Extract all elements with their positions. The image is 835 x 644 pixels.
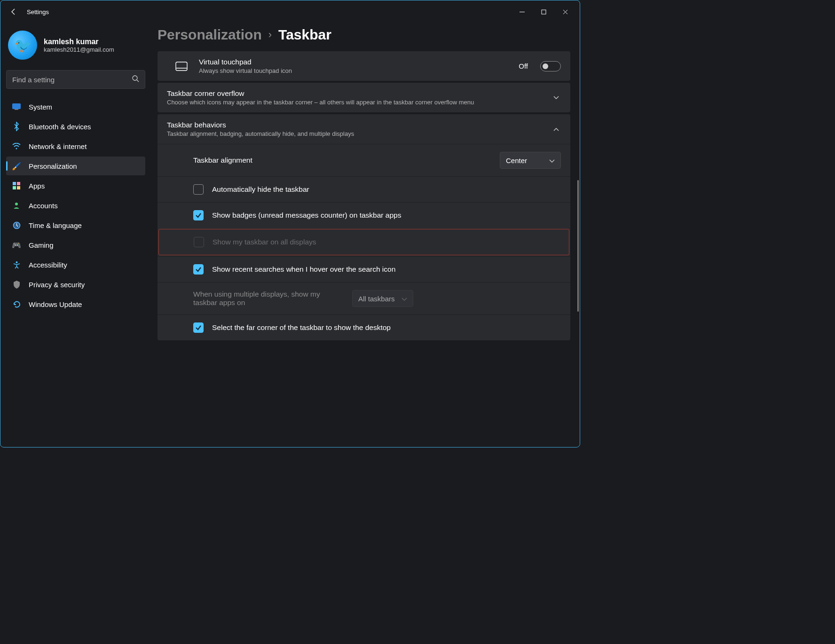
avatar: 🐦 [8,31,37,60]
panel-title: Taskbar corner overflow [167,89,543,98]
setting-label: Show my taskbar on all displays [213,238,560,246]
sidebar-item-label: Accounts [29,202,58,210]
far-corner-checkbox[interactable] [193,322,204,333]
sidebar-item-label: Accessibility [29,261,67,269]
maximize-button[interactable] [533,4,554,19]
svg-rect-8 [17,186,20,189]
svg-point-4 [16,148,17,149]
svg-point-11 [16,261,17,263]
svg-rect-6 [17,182,20,185]
sidebar-item-gaming[interactable]: 🎮 Gaming [6,236,145,254]
sidebar-item-label: Personalization [29,162,77,170]
svg-point-1 [133,76,137,80]
taskbar-alignment-row: Taskbar alignment Center [158,144,570,176]
sidebar-item-accounts[interactable]: Accounts [6,196,145,215]
autohide-checkbox[interactable] [193,184,204,195]
toggle-state-label: Off [519,62,528,70]
setting-label: Show recent searches when I hover over t… [212,265,561,274]
breadcrumb-parent[interactable]: Personalization [158,27,262,43]
bluetooth-icon [12,122,21,131]
sidebar-item-label: Gaming [29,241,54,249]
search-box[interactable] [6,70,145,89]
sidebar-item-personalization[interactable]: 🖌️ Personalization [6,157,145,175]
shield-icon [12,280,21,289]
touchpad-icon [175,60,188,72]
accessibility-icon [12,260,21,269]
virtual-touchpad-toggle[interactable] [540,61,561,71]
setting-label: Show badges (unread messages counter) on… [212,211,561,220]
multi-displays-dropdown: All taskbars [352,290,413,307]
overflow-card[interactable]: Taskbar corner overflow Choose which ico… [158,83,570,112]
virtual-touchpad-card[interactable]: Virtual touchpad Always show virtual tou… [158,51,570,81]
scrollbar-thumb[interactable] [577,180,579,312]
chevron-right-icon: › [268,29,272,41]
panel-title: Virtual touchpad [199,58,510,66]
behaviors-card: Taskbar behaviors Taskbar alignment, bad… [158,114,570,340]
sidebar-item-privacy[interactable]: Privacy & security [6,275,145,294]
app-title: Settings [27,8,49,16]
far-corner-row[interactable]: Select the far corner of the taskbar to … [158,314,570,340]
dropdown-value: All taskbars [358,295,397,303]
svg-point-9 [15,203,18,205]
recent-searches-row[interactable]: Show recent searches when I hover over t… [158,256,570,282]
scrollbar[interactable] [576,25,579,445]
sidebar-item-label: Windows Update [29,300,82,308]
sidebar-item-label: Bluetooth & devices [29,123,91,131]
setting-label: When using multiple displays, show my ta… [193,290,344,307]
panel-sub: Taskbar alignment, badging, automaticall… [167,130,543,137]
setting-label: Taskbar alignment [193,156,491,165]
sidebar-item-label: System [29,103,52,111]
autohide-row[interactable]: Automatically hide the taskbar [158,176,570,202]
window-controls [511,4,576,19]
panel-sub: Always show virtual touchpad icon [199,67,510,74]
sidebar-item-label: Time & language [29,221,82,229]
user-email: kamlesh2011@gmail.com [44,46,114,53]
dropdown-value: Center [506,157,544,165]
breadcrumb-current: Taskbar [278,27,331,43]
back-button[interactable] [4,2,23,21]
titlebar: Settings [0,0,580,23]
multi-displays-row: When using multiple displays, show my ta… [158,282,570,314]
sidebar-item-network[interactable]: Network & internet [6,137,145,156]
badges-row[interactable]: Show badges (unread messages counter) on… [158,202,570,228]
all-displays-checkbox [194,237,204,247]
search-icon [132,75,139,84]
all-displays-row: Show my taskbar on all displays [158,229,569,255]
svg-rect-0 [542,10,546,14]
paintbrush-icon: 🖌️ [12,161,21,171]
clock-icon [12,220,21,230]
sidebar-item-time-language[interactable]: Time & language [6,216,145,235]
sidebar-item-system[interactable]: System [6,97,145,116]
sidebar-item-label: Network & internet [29,142,87,150]
sidebar-item-windows-update[interactable]: Windows Update [6,295,145,314]
display-icon [12,102,21,111]
alignment-dropdown[interactable]: Center [500,152,561,169]
user-name: kamlesh kumar [44,38,114,46]
chevron-down-icon [549,157,555,165]
recent-searches-checkbox[interactable] [193,264,204,275]
minimize-button[interactable] [511,4,533,19]
content-area: Personalization › Taskbar Virtual touchp… [151,23,580,447]
svg-rect-5 [13,182,16,185]
gamepad-icon: 🎮 [12,240,21,250]
svg-rect-3 [15,109,18,110]
update-icon [12,299,21,309]
breadcrumb: Personalization › Taskbar [158,27,576,43]
badges-checkbox[interactable] [193,210,204,220]
search-input[interactable] [12,76,132,84]
svg-rect-12 [176,62,187,71]
sidebar-item-label: Privacy & security [29,281,85,289]
panel-title: Taskbar behaviors [167,121,543,129]
setting-label: Automatically hide the taskbar [212,185,561,194]
user-block[interactable]: 🐦 kamlesh kumar kamlesh2011@gmail.com [6,27,145,67]
person-icon [12,201,21,210]
sidebar-item-bluetooth[interactable]: Bluetooth & devices [6,117,145,136]
chevron-down-icon [551,94,561,101]
sidebar-item-accessibility[interactable]: Accessibility [6,255,145,274]
setting-label: Select the far corner of the taskbar to … [212,323,561,332]
sidebar-item-apps[interactable]: Apps [6,176,145,195]
chevron-up-icon [551,126,561,133]
behaviors-header[interactable]: Taskbar behaviors Taskbar alignment, bad… [158,114,570,144]
chevron-down-icon [402,295,407,303]
close-button[interactable] [554,4,576,19]
